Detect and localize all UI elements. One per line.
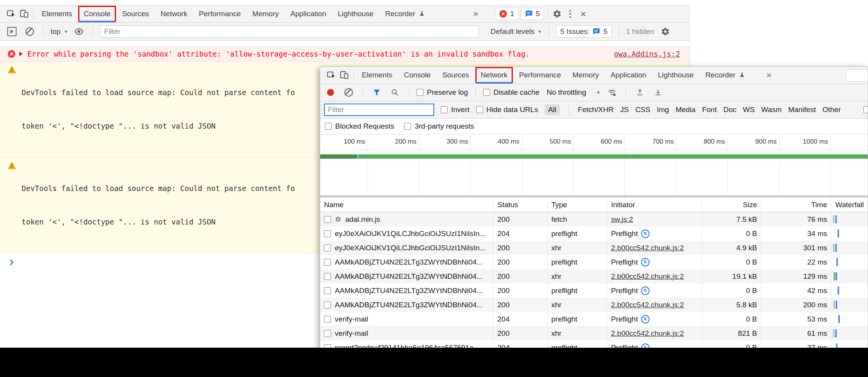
kebab-menu-icon[interactable] [564,7,577,20]
blocked-requests-checkbox[interactable]: Blocked Requests [325,122,394,131]
row-checkbox[interactable] [324,259,331,266]
tab-console[interactable]: Console [398,67,437,84]
console-filter-input[interactable] [100,25,479,38]
initiator-link[interactable]: 2.b00cc542.chunk.js:2 [611,272,684,281]
clear-network-log-icon[interactable] [342,86,355,99]
filter-type-other[interactable]: Other [823,106,841,114]
filter-type-fetch-xhr[interactable]: Fetch/XHR [578,106,614,114]
search-icon[interactable] [388,86,401,99]
record-network-log-icon[interactable] [324,86,337,99]
tab-recorder[interactable]: Recorder [700,67,751,84]
hide-data-urls-checkbox[interactable]: Hide data URLs [476,106,538,114]
initiator-link[interactable]: 2.b00cc542.chunk.js:2 [611,244,684,252]
console-sidebar-icon[interactable] [5,25,18,38]
tab-application[interactable]: Application [285,5,332,22]
tab-recorder[interactable]: Recorder [379,5,431,22]
table-row[interactable]: verify-mail 200 xhr 2.b00cc542.chunk.js:… [320,326,868,340]
settings-gear-icon[interactable] [551,7,564,20]
tab-network[interactable]: Network [475,67,514,84]
tab-memory[interactable]: Memory [567,67,605,84]
initiator-link[interactable]: 2.b00cc542.chunk.js:2 [611,301,684,309]
tab-performance[interactable]: Performance [513,67,567,84]
live-expression-eye-icon[interactable] [72,25,86,38]
column-header-time[interactable]: Time [761,198,831,212]
filter-type-all[interactable]: All [545,104,560,115]
tab-sources[interactable]: Sources [437,67,475,84]
table-row[interactable]: AAMkADBjZTU4N2E2LTg3ZWYtNDBhNi04... 200 … [320,269,868,283]
context-selector[interactable]: top ▼ [50,27,68,36]
row-checkbox[interactable] [324,330,331,337]
column-header-size[interactable]: Size [702,198,761,212]
row-checkbox[interactable] [324,273,331,280]
partial-checkbox[interactable] [863,106,868,113]
table-row[interactable]: AAMkADBjZTU4N2E2LTg3ZWYtNDBhNi04... 200 … [320,283,868,298]
row-checkbox[interactable] [324,216,331,223]
column-header-name[interactable]: Name [320,198,494,212]
row-checkbox[interactable] [324,287,331,294]
row-checkbox[interactable] [324,245,331,251]
console-settings-gear-icon[interactable] [659,25,672,38]
log-levels-selector[interactable]: Default levels ▼ [490,27,542,36]
tab-memory[interactable]: Memory [247,5,285,22]
throttling-selector[interactable]: No throttling ▼ [547,88,600,97]
tab-elements[interactable]: Elements [356,67,398,84]
tab-elements[interactable]: Elements [36,5,78,22]
inspect-cursor-icon[interactable] [5,7,18,20]
disable-cache-checkbox[interactable]: Disable cache [483,88,539,97]
table-row[interactable]: eyJ0eXAiOiJKV1QiLCJhbGciOiJSUzI1NiIsIn..… [320,241,868,255]
initiator-preflight[interactable]: Preflight [611,258,638,266]
column-header-type[interactable]: Type [547,198,607,212]
filter-type-ws[interactable]: WS [743,106,755,114]
close-devtools-icon[interactable]: × [577,7,590,20]
filter-type-js[interactable]: JS [620,106,629,114]
tab-console[interactable]: Console [78,5,116,22]
error-source-link[interactable]: owa.Addins.js:2 [602,50,680,58]
more-tabs-chevron[interactable]: » [761,70,777,80]
tab-lighthouse[interactable]: Lighthouse [332,5,379,22]
clear-console-icon[interactable] [23,25,36,38]
device-toolbar-icon[interactable] [18,7,31,20]
tab-performance[interactable]: Performance [193,5,247,22]
network-overview-timeline[interactable]: 100 ms 200 ms 300 ms 400 ms 500 ms 600 m… [320,134,868,195]
filter-funnel-icon[interactable] [370,86,383,99]
initiator-link[interactable]: sw.js:2 [611,215,633,224]
tab-application[interactable]: Application [605,67,652,84]
initiator-preflight[interactable]: Preflight [611,287,638,295]
issues-counter-button[interactable]: 5 Issues: 5 [556,25,612,38]
column-header-initiator[interactable]: Initiator [607,198,702,212]
table-row[interactable]: verify-mail 204 preflight Preflight⇅ 0 B… [320,312,868,326]
console-error-message[interactable]: ✕ Error while parsing the 'sandbox' attr… [0,46,689,62]
filter-type-font[interactable]: Font [702,106,717,114]
network-filter-input[interactable] [324,104,434,116]
row-checkbox[interactable] [324,302,331,308]
initiator-link[interactable]: 2.b00cc542.chunk.js:2 [611,329,684,338]
tab-network[interactable]: Network [155,5,193,22]
tab-sources[interactable]: Sources [116,5,155,22]
third-party-requests-checkbox[interactable]: 3rd-party requests [404,122,474,131]
table-row[interactable]: adal.min.js 200 fetch sw.js:2 7.5 kB 76 … [320,212,868,226]
table-row[interactable]: eyJ0eXAiOiJKV1QiLCJhbGciOiJSUzI1NiIsIn..… [320,226,868,241]
invert-checkbox[interactable]: Invert [441,106,470,114]
device-toolbar-icon[interactable] [338,69,351,82]
filter-type-manifest[interactable]: Manifest [788,106,816,114]
initiator-preflight[interactable]: Preflight [611,230,638,238]
filter-type-css[interactable]: CSS [635,106,650,114]
network-conditions-icon[interactable] [605,86,618,99]
table-row[interactable]: AAMkADBjZTU4N2E2LTg3ZWYtNDBhNi04... 200 … [320,255,868,269]
filter-type-doc[interactable]: Doc [723,106,736,114]
table-row[interactable]: AAMkADBjZTU4N2E2LTg3ZWYtNDBhNi04... 200 … [320,298,868,312]
issues-count-badge[interactable]: 5 [521,8,544,20]
inspect-cursor-icon[interactable] [325,69,338,82]
row-checkbox[interactable] [324,230,331,237]
column-header-status[interactable]: Status [494,198,547,212]
filter-type-img[interactable]: Img [657,106,669,114]
row-checkbox[interactable] [324,316,331,323]
expand-triangle-icon[interactable] [19,52,23,56]
error-count-badge[interactable]: ✕ 1 [495,8,519,20]
more-tabs-chevron[interactable]: » [468,9,484,19]
export-har-icon[interactable] [651,86,665,99]
preserve-log-checkbox[interactable]: Preserve log [416,88,468,97]
tab-lighthouse[interactable]: Lighthouse [652,67,700,84]
column-header-waterfall[interactable]: Waterfall [831,198,868,212]
filter-type-media[interactable]: Media [676,106,696,114]
